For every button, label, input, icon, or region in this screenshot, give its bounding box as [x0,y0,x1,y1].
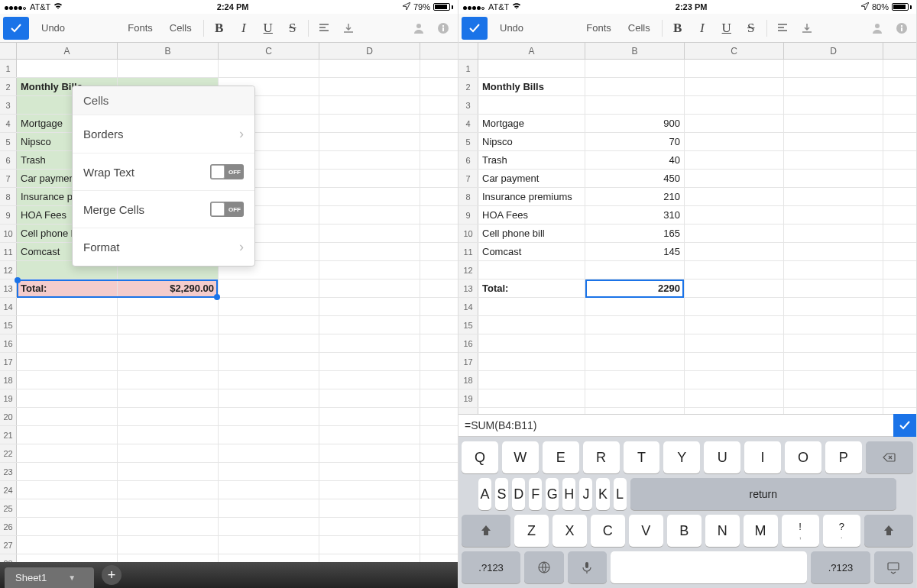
key-f[interactable]: F [529,478,542,510]
cell[interactable] [219,499,319,517]
key-n[interactable]: N [705,515,740,547]
row-header[interactable]: 14 [458,298,478,315]
cell[interactable] [219,518,319,535]
cell[interactable] [478,261,585,279]
cell[interactable] [585,408,685,414]
cell[interactable] [219,389,319,407]
key-i[interactable]: I [744,441,781,473]
row-header[interactable]: 12 [458,261,478,279]
return-key[interactable]: return [630,478,896,510]
cell[interactable] [478,389,585,407]
cell[interactable] [784,225,883,242]
row-header[interactable]: 1 [458,60,478,77]
cell[interactable] [585,334,685,352]
key-r[interactable]: R [583,441,620,473]
key-m[interactable]: M [744,515,778,547]
cell[interactable] [118,518,219,535]
cell[interactable] [319,481,420,499]
row-header[interactable]: 15 [0,316,17,334]
cell[interactable] [219,371,319,389]
key-p[interactable]: P [825,441,862,473]
cell[interactable] [118,499,219,517]
row-header[interactable]: 2 [458,78,478,95]
column-header[interactable]: A [17,43,118,59]
cell[interactable] [319,408,420,425]
cell[interactable] [685,188,784,205]
cell[interactable] [685,151,784,169]
cell[interactable] [685,389,784,407]
dismiss-keyboard-key[interactable] [874,551,913,583]
wrap-text-item[interactable]: Wrap Text OFF [73,153,254,191]
key-v[interactable]: V [629,515,663,547]
key-z[interactable]: Z [514,515,549,547]
mic-key[interactable] [568,551,607,583]
row-header[interactable]: 18 [0,371,17,389]
cell[interactable]: Car payment [478,170,585,187]
cell[interactable] [784,78,883,95]
numbers-key[interactable]: .?123 [462,551,520,583]
add-sheet-button[interactable]: + [102,565,122,585]
cell[interactable] [219,481,319,499]
cell[interactable] [319,78,420,95]
cell[interactable] [118,298,219,315]
cell[interactable] [118,481,219,499]
bold-button[interactable]: B [208,17,231,40]
row-header[interactable]: 15 [458,316,478,334]
column-header[interactable]: D [319,43,420,59]
row-header[interactable]: 17 [0,353,17,370]
cell[interactable] [784,115,883,132]
valign-button[interactable] [795,17,818,40]
row-header[interactable]: 22 [0,444,17,462]
borders-item[interactable]: Borders › [73,115,254,153]
cell[interactable] [784,243,883,260]
cell[interactable] [478,334,585,352]
cell[interactable] [478,60,585,77]
key-c[interactable]: C [591,515,625,547]
key-x[interactable]: X [552,515,587,547]
cell[interactable] [319,554,420,562]
numbers-key[interactable]: .?123 [811,551,870,583]
cell[interactable] [118,408,219,425]
cell[interactable] [118,426,219,444]
cell[interactable] [219,353,319,370]
cell[interactable]: Comcast [478,243,585,260]
cell[interactable] [17,499,118,517]
info-icon[interactable] [890,17,913,40]
cell[interactable] [784,298,883,315]
cell[interactable] [685,170,784,187]
merge-toggle[interactable]: OFF [210,202,244,217]
cell[interactable] [585,316,685,334]
cell[interactable]: 210 [585,188,685,205]
key-s[interactable]: S [495,478,508,510]
row-header[interactable]: 27 [0,536,17,554]
row-header[interactable]: 11 [0,243,17,260]
fonts-tab[interactable]: Fonts [578,17,619,40]
cell[interactable] [17,389,118,407]
cell[interactable]: 310 [585,206,685,224]
cell[interactable] [118,389,219,407]
cell[interactable] [478,371,585,389]
cell[interactable] [219,444,319,462]
cell[interactable] [319,518,420,535]
cell[interactable] [17,536,118,554]
bold-button[interactable]: B [666,17,689,40]
accept-button[interactable] [3,17,29,40]
row-header[interactable]: 14 [0,298,17,315]
key-e[interactable]: E [543,441,579,473]
wrap-toggle[interactable]: OFF [210,164,244,179]
cell[interactable] [685,279,784,297]
row-header[interactable]: 4 [458,115,478,132]
cell[interactable] [319,206,420,224]
sheet-tab[interactable]: Sheet1 ▼ [5,567,94,588]
cell[interactable] [17,298,118,315]
key-u[interactable]: U [704,441,740,473]
cell[interactable] [784,316,883,334]
cell[interactable] [784,389,883,407]
space-key[interactable] [611,551,807,583]
cell[interactable] [784,60,883,77]
cell[interactable]: $2,290.00 [118,279,219,297]
cell[interactable] [17,463,118,480]
cell[interactable] [685,408,784,414]
column-header[interactable]: C [219,43,319,59]
row-header[interactable]: 6 [0,151,17,169]
